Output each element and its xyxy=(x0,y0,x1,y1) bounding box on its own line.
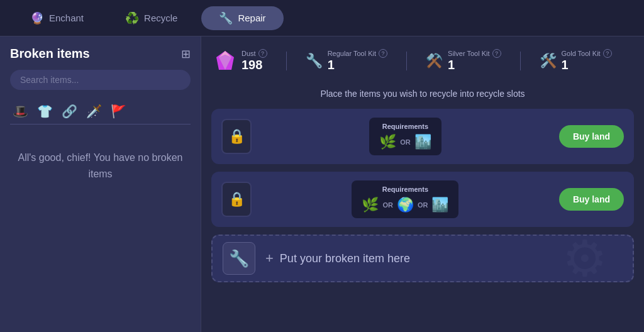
top-navigation: 🔮 Enchant ♻️ Recycle 🔧 Repair xyxy=(0,0,644,36)
tab-recycle[interactable]: ♻️ Recycle xyxy=(108,6,195,30)
left-panel: Broken items ⊞ 🎩 👕 🔗 🗡️ 🚩 All's good, ch… xyxy=(0,36,201,332)
tab-repair[interactable]: 🔧 Repair xyxy=(201,6,283,30)
grid-view-icon[interactable]: ⊞ xyxy=(181,47,191,61)
stats-bar: Dust ? 198 🔧 Regular Tool Kit ? 1 xyxy=(211,45,634,79)
gold-kit-value: 1 xyxy=(562,58,612,72)
regular-kit-info-icon[interactable]: ? xyxy=(379,49,387,58)
dust-value: 198 xyxy=(242,58,267,72)
tab-enchant[interactable]: 🔮 Enchant xyxy=(13,6,101,30)
stat-gold-kit: 🛠️ Gold Tool Kit ? 1 xyxy=(540,49,612,72)
dust-label: Dust xyxy=(242,50,256,57)
slot-content-2: Requirements 🌿 OR 🌍 OR 🏙️ xyxy=(259,180,552,218)
gear-watermark: ⚙ xyxy=(562,235,608,282)
stat-divider-1 xyxy=(286,52,287,70)
req-item-earth: 🌍 xyxy=(397,197,414,213)
gold-kit-label: Gold Tool Kit xyxy=(562,50,601,57)
req-items-2: 🌿 OR 🌍 OR 🏙️ xyxy=(362,197,448,213)
lock-icon-2: 🔒 xyxy=(228,191,245,208)
dust-info-icon[interactable]: ? xyxy=(258,49,267,58)
filter-ring-icon[interactable]: 🔗 xyxy=(62,104,77,119)
silver-kit-info-icon[interactable]: ? xyxy=(492,49,501,58)
buy-land-button-2[interactable]: Buy land xyxy=(559,188,624,211)
req-item-forest: 🌿 xyxy=(379,134,396,150)
instruction-text: Place the items you wish to recycle into… xyxy=(211,86,634,101)
gold-kit-info-icon[interactable]: ? xyxy=(603,49,612,58)
enchant-icon: 🔮 xyxy=(30,11,44,25)
stat-divider-2 xyxy=(406,52,407,70)
stat-dust: Dust ? 198 xyxy=(214,49,267,72)
main-layout: Broken items ⊞ 🎩 👕 🔗 🗡️ 🚩 All's good, ch… xyxy=(0,36,644,332)
recycle-slot-2: 🔒 Requirements 🌿 OR 🌍 OR 🏙️ Buy land xyxy=(211,172,634,227)
buy-land-button-1[interactable]: Buy land xyxy=(559,125,624,148)
filter-bar: 🎩 👕 🔗 🗡️ 🚩 xyxy=(10,99,191,124)
filter-flag-icon[interactable]: 🚩 xyxy=(111,104,126,119)
slot-content-1: Requirements 🌿 OR 🏙️ xyxy=(259,118,552,155)
plus-icon: + xyxy=(265,250,274,267)
empty-message: All's good, chief! You have no broken it… xyxy=(10,150,191,182)
stat-regular-kit: 🔧 Regular Tool Kit ? 1 xyxy=(306,49,387,72)
req-item-forest-2: 🌿 xyxy=(362,197,379,213)
search-input[interactable] xyxy=(10,70,191,90)
lock-slot-2: 🔒 xyxy=(221,182,252,217)
dust-gem-icon xyxy=(214,50,236,72)
broken-items-title: Broken items xyxy=(10,47,90,61)
req-item-city-1: 🏙️ xyxy=(414,134,431,150)
req-label-1: Requirements xyxy=(382,123,428,130)
regular-kit-icon: 🔧 xyxy=(306,53,323,69)
regular-kit-value: 1 xyxy=(328,58,387,72)
req-items-1: 🌿 OR 🏙️ xyxy=(379,134,431,150)
regular-kit-label: Regular Tool Kit xyxy=(328,50,376,57)
silver-kit-icon: ⚒️ xyxy=(426,53,443,69)
silver-kit-label: Silver Tool Kit xyxy=(448,50,489,57)
broken-item-slot[interactable]: 🔧 + Put your broken item here ⚙ xyxy=(211,235,634,282)
lock-slot-1: 🔒 xyxy=(221,119,252,154)
recycle-slot-1: 🔒 Requirements 🌿 OR 🏙️ Buy land xyxy=(211,109,634,164)
filter-sword-icon[interactable]: 🗡️ xyxy=(86,104,102,119)
broken-slot-label: Put your broken item here xyxy=(280,252,410,265)
tool-icon-box: 🔧 xyxy=(223,242,255,275)
filter-hat-icon[interactable]: 🎩 xyxy=(13,104,28,119)
stat-divider-3 xyxy=(520,52,521,70)
right-panel: Dust ? 198 🔧 Regular Tool Kit ? 1 xyxy=(201,36,644,332)
stat-silver-kit: ⚒️ Silver Tool Kit ? 1 xyxy=(426,49,501,72)
requirements-box-1: Requirements 🌿 OR 🏙️ xyxy=(369,118,441,155)
req-label-2: Requirements xyxy=(382,185,428,193)
filter-shirt-icon[interactable]: 👕 xyxy=(37,104,53,119)
broken-slot-text: + Put your broken item here xyxy=(265,250,410,267)
wrench-icon: 🔧 xyxy=(229,249,249,268)
left-panel-header: Broken items ⊞ xyxy=(10,47,191,61)
req-item-city-2: 🏙️ xyxy=(431,197,448,213)
repair-icon: 🔧 xyxy=(219,11,233,25)
requirements-box-2: Requirements 🌿 OR 🌍 OR 🏙️ xyxy=(352,180,458,218)
recycle-icon: ♻️ xyxy=(125,11,139,25)
silver-kit-value: 1 xyxy=(448,58,501,72)
lock-icon-1: 🔒 xyxy=(228,128,245,145)
gold-kit-icon: 🛠️ xyxy=(540,53,557,69)
